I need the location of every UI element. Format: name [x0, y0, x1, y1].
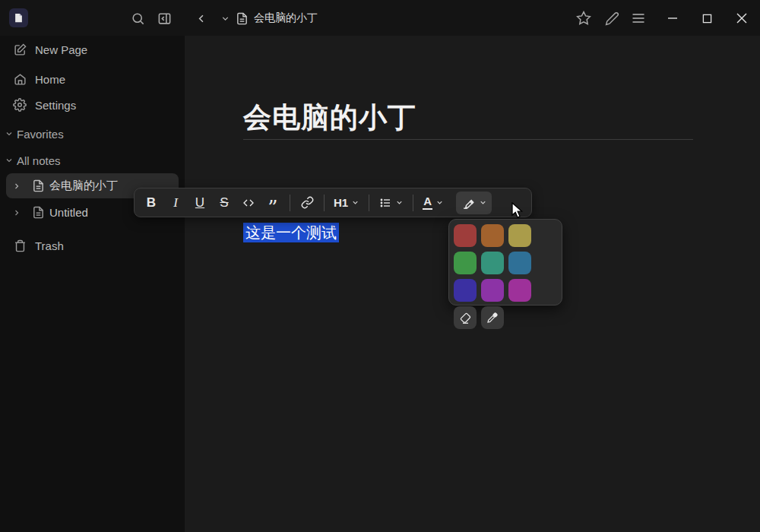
search-icon[interactable]	[125, 6, 150, 30]
color-swatch[interactable]	[481, 279, 504, 302]
list-icon	[378, 197, 392, 209]
toolbar-separator	[290, 195, 290, 211]
highlight-color-picker	[448, 219, 562, 306]
document-title-group[interactable]: 会电脑的小丁	[220, 6, 318, 30]
text-color-dropdown[interactable]: A	[418, 192, 448, 214]
formatting-toolbar: B I U S ” H1	[134, 188, 532, 217]
sidebar-toggle-icon[interactable]	[152, 6, 176, 30]
app-logo-icon	[9, 8, 28, 27]
maximize-button[interactable]	[694, 6, 720, 30]
mouse-cursor	[511, 202, 526, 219]
toolbar-separator	[369, 195, 369, 211]
chevron-right-icon[interactable]	[12, 208, 21, 217]
close-button[interactable]	[729, 6, 755, 30]
page-title[interactable]: 会电脑的小丁	[243, 99, 416, 137]
titlebar-document-name: 会电脑的小丁	[254, 11, 318, 25]
eyedropper-button[interactable]	[481, 306, 504, 329]
gear-icon	[12, 98, 27, 112]
text-color-icon: A	[423, 196, 432, 210]
note-item-label: Untitled	[49, 206, 88, 219]
back-button[interactable]	[189, 6, 214, 30]
color-swatch[interactable]	[454, 224, 477, 247]
sidebar: New Page Home Settings	[0, 36, 185, 532]
body-paragraph[interactable]: 这是一个测试	[243, 223, 339, 243]
code-button[interactable]	[236, 192, 261, 214]
trash-icon	[12, 239, 27, 252]
sidebar-item-label: Settings	[35, 99, 76, 112]
home-icon	[12, 73, 27, 86]
chevron-down-icon[interactable]	[5, 129, 14, 138]
color-swatch[interactable]	[508, 224, 531, 247]
app-window: 会电脑的小丁	[0, 0, 760, 532]
toolbar-separator	[324, 195, 325, 211]
document-icon	[32, 179, 45, 192]
section-label: Favorites	[17, 128, 64, 141]
heading-dropdown[interactable]: H1	[329, 192, 364, 214]
color-swatch[interactable]	[508, 279, 531, 302]
highlight-color-dropdown[interactable]	[456, 192, 492, 214]
minimize-button[interactable]	[660, 6, 686, 30]
underline-button[interactable]: U	[188, 192, 212, 214]
color-swatch[interactable]	[508, 252, 531, 274]
document-icon	[236, 12, 249, 25]
note-item-label: 会电脑的小丁	[49, 179, 118, 193]
color-swatch[interactable]	[454, 279, 477, 302]
sidebar-item-settings[interactable]: Settings	[6, 95, 179, 115]
strikethrough-button[interactable]: S	[212, 192, 236, 214]
sidebar-item-label: Home	[35, 73, 65, 86]
link-button[interactable]	[295, 192, 319, 214]
quote-button[interactable]: ”	[261, 192, 285, 214]
chevron-down-icon	[479, 198, 487, 207]
document-icon	[32, 206, 45, 219]
eraser-button[interactable]	[454, 306, 477, 329]
color-swatch[interactable]	[454, 252, 477, 274]
title-divider	[243, 139, 693, 140]
color-swatch[interactable]	[481, 224, 504, 247]
sidebar-section-favorites[interactable]: Favorites	[5, 125, 179, 143]
sidebar-item-new-page[interactable]: New Page	[6, 40, 179, 59]
favorite-star-icon[interactable]	[572, 6, 596, 30]
chevron-down-icon	[435, 198, 444, 207]
section-label: All notes	[17, 154, 61, 167]
menu-hamburger-icon[interactable]	[626, 6, 651, 30]
list-dropdown[interactable]	[374, 192, 408, 214]
color-swatch[interactable]	[481, 252, 504, 274]
sidebar-item-label: New Page	[35, 43, 87, 56]
sidebar-item-trash[interactable]: Trash	[6, 236, 179, 255]
sidebar-item-home[interactable]: Home	[6, 69, 179, 89]
bold-button[interactable]: B	[139, 192, 163, 214]
titlebar: 会电脑的小丁	[0, 0, 760, 36]
pen-icon[interactable]	[600, 6, 624, 30]
compose-icon	[12, 43, 27, 56]
selected-text[interactable]: 这是一个测试	[243, 223, 339, 242]
sidebar-section-all-notes[interactable]: All notes	[5, 151, 179, 169]
toolbar-separator	[413, 195, 413, 211]
highlighter-icon	[461, 195, 476, 211]
chevron-right-icon[interactable]	[12, 182, 21, 191]
chevron-down-icon	[351, 198, 359, 207]
chevron-down-icon[interactable]	[5, 156, 14, 165]
italic-button[interactable]: I	[163, 192, 188, 214]
chevron-down-icon[interactable]	[220, 14, 230, 24]
chevron-down-icon	[395, 198, 404, 207]
sidebar-item-label: Trash	[35, 239, 64, 252]
